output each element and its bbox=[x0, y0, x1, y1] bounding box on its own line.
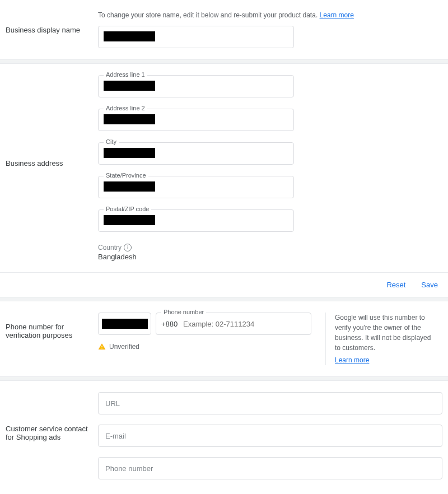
phone-section-label: Phone number for verification purposes bbox=[6, 323, 72, 339]
display-name-helper: To change your store name, edit it below… bbox=[98, 11, 442, 19]
redacted-block bbox=[102, 319, 148, 329]
cs-url-input[interactable] bbox=[98, 392, 442, 414]
country-value: Bangladesh bbox=[98, 253, 442, 261]
section-display-name: Business display name To change your sto… bbox=[0, 0, 448, 59]
phone-learn-more-link[interactable]: Learn more bbox=[335, 355, 369, 365]
phone-prefix: +880 bbox=[161, 313, 178, 335]
section-business-address: Business address Address line 1 Address … bbox=[0, 64, 448, 272]
svg-rect-1 bbox=[101, 348, 102, 348]
save-button[interactable]: Save bbox=[421, 281, 438, 289]
warning-icon bbox=[98, 343, 106, 351]
city-label: City bbox=[104, 138, 119, 145]
postal-label: Postal/ZIP code bbox=[104, 206, 151, 212]
address-line1-label: Address line 1 bbox=[104, 71, 147, 78]
section-phone-verification: Phone number for verification purposes P… bbox=[0, 301, 448, 376]
address-line2-input[interactable] bbox=[98, 109, 294, 131]
phone-status: Unverified bbox=[109, 343, 139, 351]
phone-number-input[interactable] bbox=[156, 313, 311, 335]
section-separator bbox=[0, 297, 448, 301]
business-address-label: Business address bbox=[6, 159, 63, 167]
display-name-input[interactable] bbox=[98, 26, 294, 48]
reset-button[interactable]: Reset bbox=[386, 281, 405, 289]
address-line1-input[interactable] bbox=[98, 75, 294, 97]
address-line2-label: Address line 2 bbox=[104, 105, 147, 111]
country-label: Country bbox=[98, 244, 122, 251]
section-customer-service: Customer service contact for Shopping ad… bbox=[0, 381, 448, 491]
actions-row: Reset Save bbox=[0, 273, 448, 297]
info-icon[interactable]: i bbox=[124, 244, 132, 251]
svg-rect-0 bbox=[101, 346, 102, 347]
phone-info-panel: Google will use this number to verify yo… bbox=[325, 313, 437, 365]
section-separator bbox=[0, 376, 448, 381]
state-label: State/Province bbox=[104, 172, 148, 179]
customer-service-label: Customer service contact for Shopping ad… bbox=[6, 425, 88, 441]
section-separator bbox=[0, 59, 448, 64]
display-name-learn-more-link[interactable]: Learn more bbox=[320, 11, 354, 19]
phone-country-code-select[interactable] bbox=[98, 313, 151, 335]
city-input[interactable] bbox=[98, 142, 294, 165]
postal-input[interactable] bbox=[98, 209, 294, 232]
display-name-label: Business display name bbox=[6, 26, 80, 34]
state-input[interactable] bbox=[98, 176, 294, 198]
cs-phone-input[interactable] bbox=[98, 457, 442, 479]
cs-email-input[interactable] bbox=[98, 425, 442, 447]
